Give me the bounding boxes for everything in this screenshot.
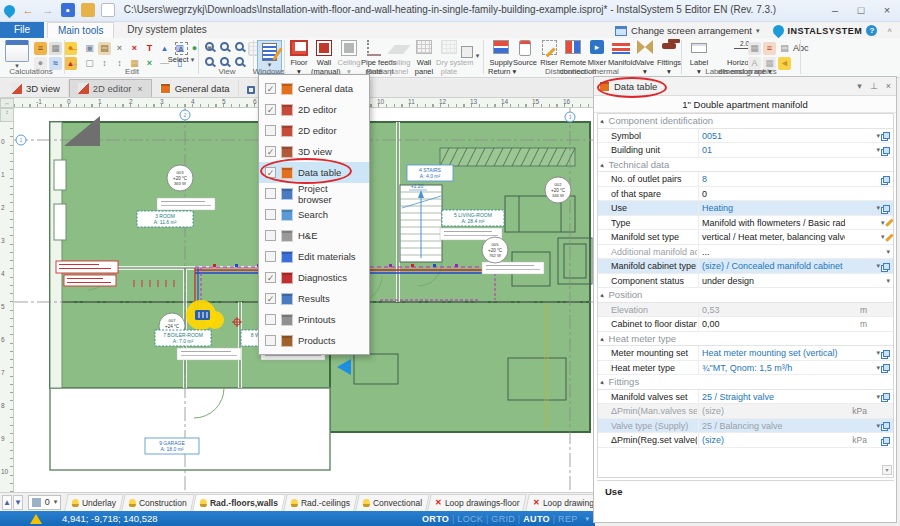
- node-down-icon[interactable]: ↕: [113, 57, 126, 70]
- zoom-in-icon[interactable]: [203, 42, 216, 55]
- checkbox-unchecked[interactable]: [265, 209, 276, 220]
- delete-icon[interactable]: ×: [128, 42, 141, 55]
- close-button[interactable]: ×: [874, 0, 900, 20]
- doc-tab-general-data[interactable]: General data: [152, 80, 239, 98]
- checkbox-unchecked[interactable]: [265, 230, 276, 241]
- layer-tab-construction[interactable]: Construction: [122, 494, 195, 511]
- tab-file[interactable]: File: [0, 22, 44, 38]
- property-value[interactable]: ...: [702, 245, 845, 259]
- level-selector[interactable]: 0 ▾: [28, 495, 62, 510]
- radiant-wall-button[interactable]: Wall(manual): [311, 40, 337, 76]
- menu-item-2d-editor[interactable]: 2D editor: [259, 120, 369, 141]
- checkbox-unchecked[interactable]: [265, 335, 276, 346]
- dropdown-caret-icon[interactable]: ▾: [876, 143, 880, 157]
- toggle-orto[interactable]: ORTO: [422, 514, 449, 524]
- property-value[interactable]: 25 / Balancing valve: [702, 419, 845, 433]
- pan-icon[interactable]: [203, 57, 216, 70]
- warning-icon[interactable]: [30, 514, 42, 524]
- property-row--pmin-reg-set-valve-supply-[interactable]: ΔPmin(Reg.set valve(supply))(size)kPa: [598, 433, 893, 448]
- property-row-no-of-outlet-pairs[interactable]: No. of outlet pairs8: [598, 172, 893, 187]
- doc-tab-3d-view[interactable]: 3D view: [3, 80, 69, 98]
- property-row-manifold-set-type[interactable]: Manifold set typevertical / Heat meter, …: [598, 230, 893, 245]
- menu-item-edit-materials[interactable]: Edit materials: [259, 246, 369, 267]
- radiant-wall-button[interactable]: Wallpanel: [411, 40, 437, 76]
- dropdown-caret-icon[interactable]: ▾: [876, 129, 880, 143]
- doc-tab-2d-editor[interactable]: 2D editor×: [69, 79, 152, 97]
- menu-item-data-table[interactable]: ✓Data table: [259, 162, 369, 183]
- dropdown-caret-icon[interactable]: ▾: [876, 390, 880, 404]
- property-row--pmin-man-valves-set-[interactable]: ΔPmin(Man.valves set)(size)kPa: [598, 404, 893, 419]
- property-value[interactable]: vertical / Heat meter, balancing valve: [702, 230, 845, 244]
- property-row-symbol[interactable]: Symbol0051▾: [598, 129, 893, 144]
- apply-to-many-icon[interactable]: [883, 437, 890, 444]
- dropdown-caret-icon[interactable]: ▾: [881, 216, 885, 230]
- level-down-button[interactable]: ▼: [13, 495, 23, 510]
- dropdown-caret-icon[interactable]: ▾: [881, 230, 885, 244]
- menu-item-project-browser[interactable]: Project browser: [259, 183, 369, 204]
- distribution-valve-button[interactable]: Valve▾: [632, 40, 658, 76]
- tab-dry-system-plates[interactable]: Dry system plates: [117, 22, 216, 38]
- menu-item-2d-editor[interactable]: ✓2D editor: [259, 99, 369, 120]
- apply-to-many-icon[interactable]: [883, 350, 890, 357]
- section-component-identification[interactable]: ▸Component identification: [598, 114, 893, 129]
- panel-menu-icon[interactable]: ▾: [857, 81, 862, 91]
- checkbox-unchecked[interactable]: [265, 314, 276, 325]
- redo-icon[interactable]: →: [68, 57, 81, 70]
- dropdown-caret-icon[interactable]: ▾: [876, 259, 880, 273]
- checkbox-checked[interactable]: ✓: [265, 293, 276, 304]
- property-row-type[interactable]: TypeManifold with flowmeters / Basic rad…: [598, 216, 893, 231]
- dropdown-caret-icon[interactable]: ▾: [886, 245, 890, 259]
- property-row-meter-mounting-set[interactable]: Meter mounting setHeat meter mounting se…: [598, 346, 893, 361]
- property-value[interactable]: under design: [702, 274, 845, 288]
- paste-icon[interactable]: ▤: [98, 42, 111, 55]
- minimize-button[interactable]: –: [822, 0, 848, 20]
- toggle-auto[interactable]: AUTO: [523, 514, 550, 524]
- close-icon[interactable]: ×: [886, 81, 891, 91]
- menu-item-general-data[interactable]: ✓General data: [259, 78, 369, 99]
- toggle-grid[interactable]: GRID: [491, 514, 515, 524]
- change-screen-arrangement[interactable]: Change screen arrangement ▾ INSTALSYSTEM…: [615, 23, 892, 38]
- menu-item-products[interactable]: Products: [259, 330, 369, 351]
- dropdown-caret-icon[interactable]: ▾: [876, 419, 880, 433]
- property-row-manifold-cabinet-type[interactable]: Manifold cabinet type(size) / Concealed …: [598, 259, 893, 274]
- clone-icon[interactable]: ▢: [83, 57, 96, 70]
- menu-item-h-e[interactable]: H&E: [259, 225, 369, 246]
- property-row-valve-type-supply-[interactable]: Valve type (Supply)25 / Balancing valve▾: [598, 419, 893, 434]
- section-fittings[interactable]: ▸Fittings: [598, 375, 893, 390]
- select-button[interactable]: A Select ▾: [166, 40, 196, 74]
- edit-pencil-icon[interactable]: [885, 218, 893, 226]
- close-tab-icon[interactable]: ×: [137, 84, 142, 94]
- menu-item-search[interactable]: Search: [259, 204, 369, 225]
- property-row-building-unit[interactable]: Building unit01▾: [598, 143, 893, 158]
- radiant-floor-button[interactable]: Floor▾: [286, 40, 312, 76]
- apply-to-many-icon[interactable]: [883, 263, 890, 270]
- property-value[interactable]: 0,00: [702, 317, 845, 331]
- property-value[interactable]: 0051: [702, 129, 845, 143]
- checkbox-checked[interactable]: ✓: [265, 272, 276, 283]
- distribution-source-button[interactable]: Source: [512, 40, 538, 76]
- checkbox-checked[interactable]: ✓: [265, 146, 276, 157]
- property-row-use[interactable]: UseHeating▾: [598, 201, 893, 216]
- maximize-button[interactable]: □: [848, 0, 874, 20]
- toggle-rep[interactable]: REP: [558, 514, 577, 524]
- distribution-fittings-button[interactable]: Fittings▾: [656, 40, 682, 76]
- property-value[interactable]: 01: [702, 143, 845, 157]
- property-value[interactable]: Heating: [702, 201, 845, 215]
- menu-item-printouts[interactable]: Printouts: [259, 309, 369, 330]
- property-value[interactable]: Heat meter mounting set (vertical): [702, 346, 845, 360]
- property-value[interactable]: 25 / Straight valve: [702, 390, 845, 404]
- tab-main-tools[interactable]: Main tools: [47, 22, 115, 38]
- scroll-button[interactable]: ▾: [882, 465, 892, 475]
- zoom-out-icon[interactable]: [218, 42, 231, 55]
- checkbox-checked[interactable]: ✓: [265, 104, 276, 115]
- property-value[interactable]: Manifold with flowmeters / Basic radiant…: [702, 216, 845, 230]
- collapse-ribbon-icon[interactable]: ˄: [887, 26, 892, 35]
- distribution-supply-button[interactable]: SupplyReturn ▾: [488, 40, 514, 76]
- format-icon[interactable]: T: [143, 42, 156, 55]
- property-row-of-that-spare[interactable]: of that spare0: [598, 187, 893, 202]
- pin-icon[interactable]: ⊥: [870, 81, 878, 91]
- menu-item-3d-view[interactable]: ✓3D view: [259, 141, 369, 162]
- chevron-down-icon[interactable]: ▾: [585, 515, 589, 523]
- section-heat-meter-type[interactable]: ▸Heat meter type: [598, 332, 893, 347]
- property-value[interactable]: ¾"MT, Qnom: 1,5 m³/h: [702, 361, 845, 375]
